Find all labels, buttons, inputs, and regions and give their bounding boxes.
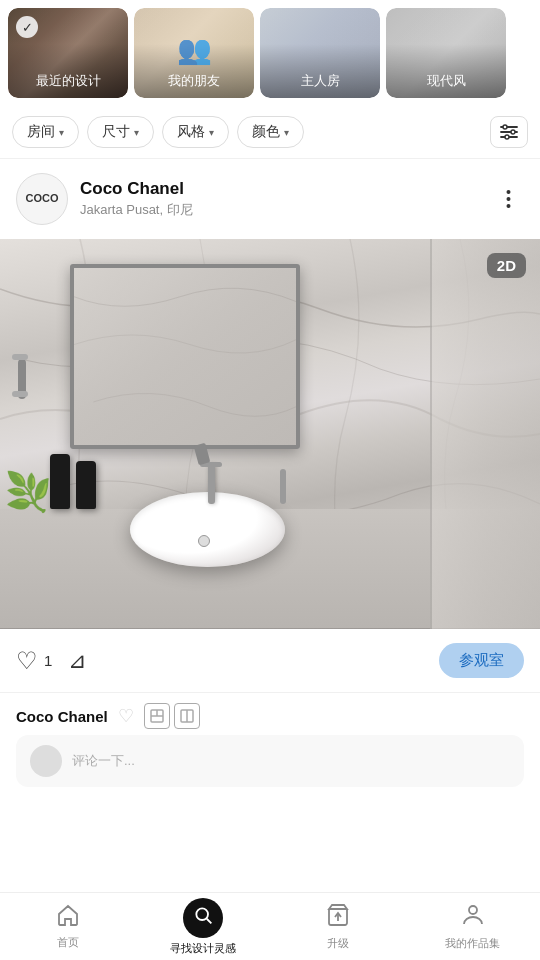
- avatar-text: COCO: [26, 192, 59, 205]
- commenter-avatar: [30, 745, 62, 777]
- filter-bar: 房间 ▾ 尺寸 ▾ 风格 ▾ 颜色 ▾: [0, 106, 540, 159]
- nav-item-upgrade[interactable]: 升级: [298, 903, 378, 951]
- chevron-down-icon: ▾: [209, 127, 214, 138]
- action-bar: ♡ 1 ⊿ 参观室: [0, 629, 540, 693]
- post-footer: Coco Chanel ♡: [0, 693, 540, 799]
- room-icon-1[interactable]: [144, 703, 170, 729]
- like-button[interactable]: ♡: [16, 647, 38, 675]
- design-image[interactable]: 🌿 2D: [0, 239, 540, 629]
- svg-point-8: [506, 204, 510, 208]
- comment-preview[interactable]: 评论一下...: [16, 735, 524, 787]
- nav-label-upgrade: 升级: [327, 936, 349, 951]
- category-label-recent: 最近的设计: [8, 72, 128, 90]
- category-label-modern: 现代风: [386, 72, 506, 90]
- heart-icon-small[interactable]: ♡: [118, 705, 134, 727]
- svg-point-17: [469, 906, 477, 914]
- nav-item-portfolio[interactable]: 我的作品集: [433, 903, 513, 951]
- search-icon: [193, 905, 213, 930]
- post-author-row: Coco Chanel ♡: [16, 703, 524, 729]
- svg-point-7: [506, 197, 510, 201]
- filter-style[interactable]: 风格 ▾: [162, 116, 229, 148]
- upgrade-icon: [326, 903, 350, 933]
- category-row: ✓ 最近的设计 👥 我的朋友 主人房 现代风: [0, 0, 540, 106]
- person-icon: [462, 903, 484, 933]
- nav-item-home[interactable]: 首页: [28, 904, 108, 950]
- home-icon: [56, 904, 80, 932]
- category-label-friends: 我的朋友: [134, 72, 254, 90]
- like-count: 1: [44, 652, 52, 669]
- user-info: Coco Chanel Jakarta Pusat, 印尼: [80, 179, 492, 219]
- advanced-filter-button[interactable]: [490, 116, 528, 148]
- category-item-master[interactable]: 主人房: [260, 8, 380, 98]
- filter-size[interactable]: 尺寸 ▾: [87, 116, 154, 148]
- nav-label-home: 首页: [57, 935, 79, 950]
- user-location: Jakarta Pusat, 印尼: [80, 201, 492, 219]
- nav-label-portfolio: 我的作品集: [445, 936, 500, 951]
- avatar[interactable]: COCO: [16, 173, 68, 225]
- comment-input[interactable]: 评论一下...: [72, 752, 510, 770]
- search-icon-wrap: [183, 898, 223, 938]
- filter-room[interactable]: 房间 ▾: [12, 116, 79, 148]
- chevron-down-icon: ▾: [59, 127, 64, 138]
- category-item-recent[interactable]: ✓ 最近的设计: [8, 8, 128, 98]
- room-icons: [144, 703, 200, 729]
- view-mode-badge: 2D: [487, 253, 526, 278]
- svg-point-4: [511, 130, 515, 134]
- visit-room-button[interactable]: 参观室: [439, 643, 524, 678]
- chevron-down-icon: ▾: [134, 127, 139, 138]
- svg-point-14: [196, 908, 208, 920]
- svg-point-6: [506, 190, 510, 194]
- category-item-friends[interactable]: 👥 我的朋友: [134, 8, 254, 98]
- nav-label-search: 寻找设计灵感: [170, 941, 236, 956]
- category-label-master: 主人房: [260, 72, 380, 90]
- nav-item-search[interactable]: 寻找设计灵感: [163, 898, 243, 956]
- user-name: Coco Chanel: [80, 179, 492, 199]
- chevron-down-icon: ▾: [284, 127, 289, 138]
- bookmark-button[interactable]: ⊿: [68, 648, 86, 674]
- more-options-button[interactable]: [492, 183, 524, 215]
- svg-line-15: [206, 919, 211, 924]
- svg-point-3: [503, 125, 507, 129]
- user-card: COCO Coco Chanel Jakarta Pusat, 印尼: [0, 159, 540, 239]
- svg-point-5: [505, 135, 509, 139]
- post-author-name: Coco Chanel: [16, 708, 108, 725]
- bottom-nav: 首页 寻找设计灵感 升级: [0, 892, 540, 960]
- category-item-modern[interactable]: 现代风: [386, 8, 506, 98]
- filter-color[interactable]: 颜色 ▾: [237, 116, 304, 148]
- room-icon-2[interactable]: [174, 703, 200, 729]
- like-section: ♡ 1: [16, 647, 52, 675]
